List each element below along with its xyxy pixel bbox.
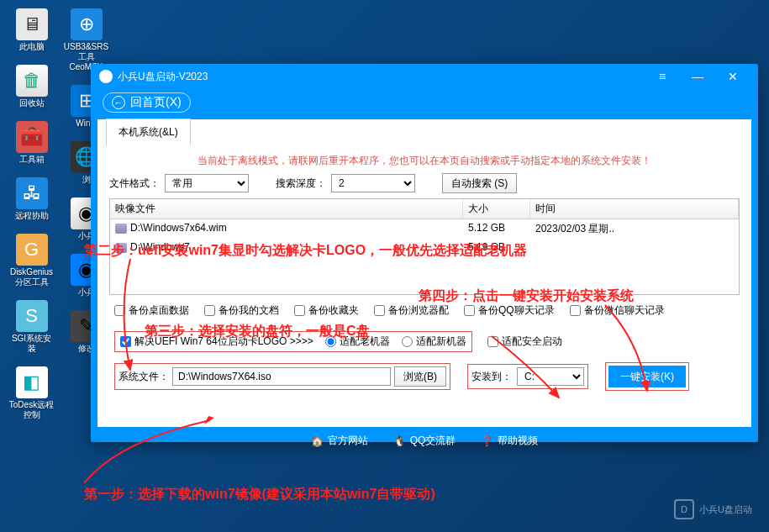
- file-format-label: 文件格式：: [109, 176, 160, 191]
- annotation-step1: 第一步：选择下载的win7镜像(建议采用本站win7自带驱动): [84, 486, 435, 503]
- backup-checkbox[interactable]: 备份桌面数据: [114, 303, 189, 318]
- backup-checkbox[interactable]: 备份QQ聊天记录: [464, 303, 555, 318]
- help-icon: ❓: [481, 435, 493, 447]
- desktop-app-icon: 🖥: [16, 8, 48, 40]
- file-format-select[interactable]: 常用: [165, 174, 249, 192]
- app-window: 小兵U盘启动-V2023 ≡ — ✕ ← 回首页(X) 本机系统(&L) 当前处…: [91, 64, 758, 442]
- th-size[interactable]: 大小: [463, 199, 530, 219]
- desktop-icon[interactable]: 🗑回收站: [8, 65, 55, 108]
- desktop-icon[interactable]: 🖥此电脑: [8, 8, 55, 52]
- watermark: D 小兵U盘启动: [674, 499, 752, 519]
- offline-warning: 当前处于离线模式，请联网后重开本程序，您也可以在本页自动搜索或手动指定本地的系统…: [109, 152, 740, 173]
- desktop-icon-label: 远程协助: [8, 211, 55, 221]
- watermark-logo-icon: D: [674, 499, 694, 519]
- app-icon: [99, 70, 113, 83]
- desktop-icon[interactable]: ◧ToDesk远程控制: [8, 366, 55, 420]
- desktop-icon-label: ToDesk远程控制: [8, 400, 55, 420]
- backup-checkbox[interactable]: 备份收藏夹: [294, 303, 359, 318]
- desktop-icon-label: 工具箱: [8, 155, 55, 165]
- sysfile-input[interactable]: [172, 367, 391, 386]
- footer-help[interactable]: ❓帮助视频: [481, 434, 538, 448]
- disk-icon: [115, 243, 127, 253]
- footer-website[interactable]: 🏠官方网站: [311, 434, 368, 448]
- desktop-app-icon: S: [16, 300, 48, 332]
- qq-icon: 🐧: [393, 435, 406, 447]
- backup-checkbox[interactable]: 备份微信聊天记录: [570, 303, 665, 318]
- install-target-box: 安装到： C:: [467, 364, 588, 389]
- system-file-box: 系统文件： 浏览(B): [114, 363, 450, 390]
- desktop-icon[interactable]: ⊕USB3&SRS工具CeoMSX: [63, 8, 109, 72]
- disk-icon: [115, 224, 127, 234]
- desktop-icon-label: SGI系统安装: [8, 334, 55, 354]
- uefi-fix-checkbox[interactable]: 解决UEFI Win7 64位启动卡LOGO >>>>: [120, 334, 313, 349]
- backup-checkbox[interactable]: 备份我的文档: [204, 303, 279, 318]
- table-row[interactable]: D:\Windows75.19 GB: [110, 239, 739, 255]
- browse-button[interactable]: 浏览(B): [394, 366, 446, 387]
- desktop-app-icon: G: [16, 234, 48, 266]
- old-machine-radio[interactable]: 适配老机器: [325, 334, 390, 349]
- back-arrow-icon: ←: [112, 96, 125, 109]
- search-depth-label: 搜索深度：: [276, 176, 326, 191]
- desktop-icon[interactable]: 🖧远程协助: [8, 177, 55, 221]
- backup-checkbox[interactable]: 备份浏览器配: [374, 303, 449, 318]
- table-row[interactable]: D:\Windows7x64.wim5.12 GB2023/02/03 星期..: [110, 219, 739, 239]
- close-button[interactable]: ✕: [716, 66, 750, 87]
- desktop-app-icon: 🖧: [16, 177, 48, 209]
- window-title: 小兵U盘启动-V2023: [118, 70, 208, 84]
- desktop-icon-label: 此电脑: [8, 42, 55, 52]
- tab-local-system[interactable]: 本机系统(&L): [106, 119, 191, 145]
- home-icon: 🏠: [311, 435, 324, 447]
- menu-button[interactable]: ≡: [645, 66, 679, 87]
- th-file[interactable]: 映像文件: [110, 199, 463, 219]
- desktop-icon[interactable]: SSGI系统安装: [8, 300, 55, 354]
- desktop-icon[interactable]: GDiskGenius分区工具: [8, 234, 55, 287]
- new-machine-radio[interactable]: 适配新机器: [402, 334, 466, 349]
- desktop-app-icon: 🗑: [16, 65, 48, 97]
- back-home-button[interactable]: ← 回首页(X): [103, 92, 191, 113]
- safe-boot-checkbox[interactable]: 适配安全启动: [487, 334, 562, 349]
- th-time[interactable]: 时间: [530, 199, 739, 219]
- sysfile-label: 系统文件：: [119, 370, 169, 384]
- search-depth-select[interactable]: 2: [331, 174, 415, 192]
- desktop-app-icon: ◧: [16, 366, 48, 398]
- image-file-table: 映像文件 大小 时间 D:\Windows7x64.wim5.12 GB2023…: [109, 198, 740, 295]
- desktop-icon-label: 回收站: [8, 98, 55, 108]
- install-to-label: 安装到：: [471, 370, 512, 384]
- desktop-icon-label: DiskGenius分区工具: [8, 267, 55, 287]
- footer-qq[interactable]: 🐧QQ交流群: [393, 434, 456, 448]
- auto-search-button[interactable]: 自动搜索 (S): [442, 173, 517, 193]
- titlebar: 小兵U盘启动-V2023 ≡ — ✕: [91, 64, 758, 89]
- drive-select[interactable]: C:: [517, 367, 584, 386]
- desktop-app-icon: 🧰: [16, 121, 48, 153]
- desktop-app-icon: ⊕: [71, 8, 103, 40]
- uefi-options-box: 解决UEFI Win7 64位启动卡LOGO >>>> 适配老机器 适配新机器: [114, 331, 472, 352]
- desktop-icon[interactable]: 🧰工具箱: [8, 121, 55, 165]
- one-click-install-button[interactable]: 一键安装(K): [608, 366, 686, 387]
- minimize-button[interactable]: —: [681, 66, 714, 87]
